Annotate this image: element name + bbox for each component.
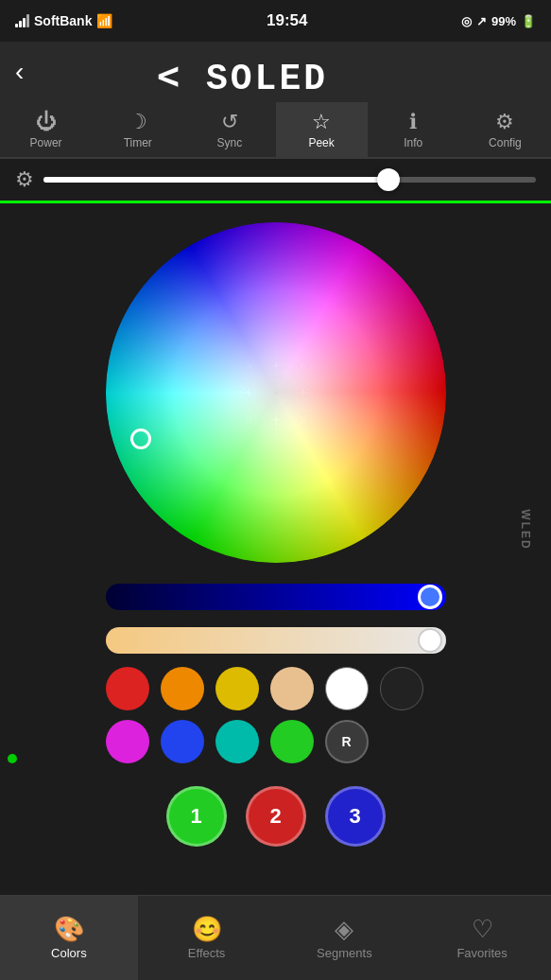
blue-slider-row[interactable] [106, 580, 446, 614]
sync-icon: ↺ [221, 112, 238, 132]
bottom-nav-favorites[interactable]: ♡ Favorites [413, 896, 551, 980]
effects-icon: 😊 [192, 917, 222, 941]
timer-icon: ☽ [129, 112, 147, 132]
info-icon: ℹ [409, 112, 417, 132]
location-icon: ◎ [461, 14, 472, 28]
color-slot-2[interactable]: 2 [246, 786, 306, 847]
bottom-nav-effects[interactable]: 😊 Effects [138, 896, 276, 980]
status-dot [8, 754, 17, 763]
bottom-nav-segments-label: Segments [317, 946, 372, 960]
color-wheel[interactable] [106, 222, 446, 563]
tab-sync-label: Sync [217, 136, 243, 149]
wled-label: WLED [518, 509, 531, 550]
color-slot-3[interactable]: 3 [325, 786, 386, 847]
tab-power[interactable]: ⏻ Power [0, 102, 92, 157]
wifi-icon: 📶 [96, 13, 112, 28]
tab-timer-label: Timer [124, 136, 152, 149]
tab-peek[interactable]: ☆ Peek [276, 102, 368, 157]
power-icon: ⏻ [36, 112, 57, 132]
bottom-nav: 🎨 Colors 😊 Effects ◈ Segments ♡ Favorite… [0, 895, 551, 980]
tab-info[interactable]: ℹ Info [368, 102, 459, 157]
tab-sync[interactable]: ↺ Sync [183, 102, 275, 157]
swatch-yellow[interactable] [215, 667, 259, 710]
tab-info-label: Info [404, 136, 422, 149]
tab-power-label: Power [30, 136, 62, 149]
svg-text:<: < [157, 54, 181, 96]
color-slot-1[interactable]: 1 [166, 786, 227, 847]
bottom-nav-colors-label: Colors [51, 946, 87, 960]
status-left: SoftBank 📶 [15, 13, 112, 28]
tab-peek-label: Peek [308, 136, 334, 149]
tab-config-label: Config [489, 136, 522, 149]
battery-icon: 🔋 [521, 14, 536, 28]
bottom-nav-colors[interactable]: 🎨 Colors [0, 896, 138, 980]
svg-text:SOLED: SOLED [206, 59, 328, 96]
color-slots: 1 2 3 [166, 786, 386, 847]
clock: 19:54 [267, 11, 307, 30]
bottom-nav-segments[interactable]: ◈ Segments [276, 896, 414, 980]
swatches-container: R [106, 667, 446, 773]
back-button[interactable]: ‹ [8, 55, 31, 89]
brightness-row: ⚙ [0, 159, 551, 203]
blue-slider-track[interactable] [106, 584, 446, 610]
arrow-icon: ↗ [476, 14, 487, 28]
segments-icon: ◈ [335, 917, 353, 941]
color-slot-3-label: 3 [349, 804, 360, 829]
bottom-nav-favorites-label: Favorites [456, 946, 507, 960]
color-slot-2-label: 2 [269, 804, 281, 829]
main-area: R 1 2 3 WLED [0, 203, 551, 856]
colors-panel: R 1 2 3 [0, 203, 551, 856]
swatch-row-1 [106, 667, 446, 710]
app-header: ‹ < SOLED [0, 42, 551, 102]
swatch-red[interactable] [106, 667, 149, 710]
swatch-orange[interactable] [161, 667, 204, 710]
color-slot-1-label: 1 [190, 804, 201, 829]
status-right: ◎ ↗ 99% 🔋 [461, 14, 536, 28]
swatch-magenta[interactable] [106, 720, 149, 763]
app-logo: < SOLED [35, 47, 543, 96]
blue-slider-thumb[interactable] [418, 585, 442, 609]
swatch-black[interactable] [380, 667, 423, 710]
swatch-cyan[interactable] [215, 720, 259, 763]
warm-slider-row[interactable] [106, 623, 446, 657]
colors-icon: 🎨 [54, 917, 84, 941]
config-icon: ⚙ [495, 112, 514, 132]
tab-timer[interactable]: ☽ Timer [92, 102, 183, 157]
swatch-blue[interactable] [161, 720, 204, 763]
swatch-white[interactable] [325, 667, 369, 710]
brightness-thumb[interactable] [377, 168, 400, 191]
swatch-peach[interactable] [270, 667, 314, 710]
battery-label: 99% [491, 14, 516, 28]
signal-bars [15, 14, 29, 27]
swatch-reset[interactable]: R [325, 720, 369, 763]
brightness-slider-wrap[interactable] [43, 166, 536, 193]
carrier-label: SoftBank [34, 13, 92, 28]
brightness-track [43, 177, 536, 183]
warm-slider-thumb[interactable] [418, 628, 442, 653]
status-bar: SoftBank 📶 19:54 ◎ ↗ 99% 🔋 [0, 0, 551, 42]
tab-config[interactable]: ⚙ Config [459, 102, 551, 157]
peek-icon: ☆ [312, 112, 331, 132]
warm-slider-track[interactable] [106, 627, 446, 654]
color-wheel-container[interactable] [106, 222, 446, 563]
brightness-icon: ⚙ [15, 167, 34, 192]
favorites-icon: ♡ [472, 917, 493, 941]
swatch-green[interactable] [270, 720, 314, 763]
swatch-row-2: R [106, 720, 446, 763]
bottom-nav-effects-label: Effects [188, 946, 226, 960]
nav-tabs: ⏻ Power ☽ Timer ↺ Sync ☆ Peek ℹ Info ⚙ C… [0, 102, 551, 159]
brightness-fill [43, 177, 388, 183]
